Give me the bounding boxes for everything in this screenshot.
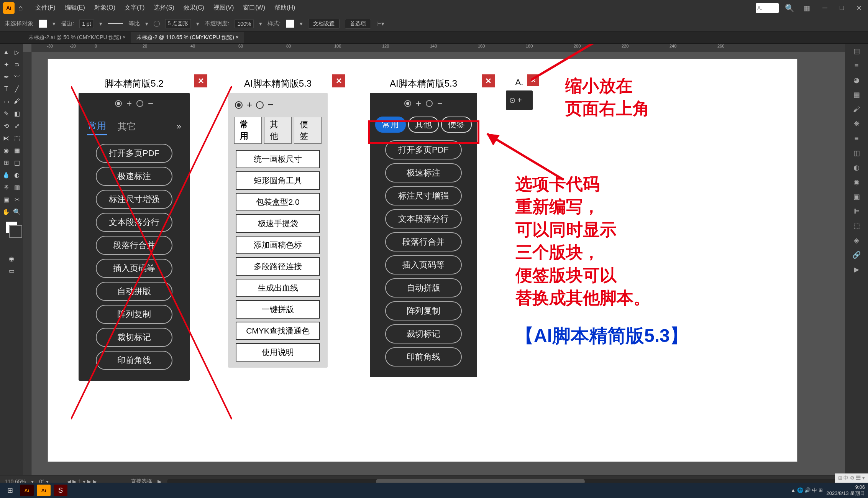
appearance-icon[interactable]: ◉ bbox=[852, 177, 861, 187]
tab-53l-notes[interactable]: 便签 bbox=[294, 117, 322, 144]
panel-53d-close[interactable]: ✕ bbox=[482, 74, 495, 87]
btn-53l-2[interactable]: 包装盒型2.0 bbox=[236, 193, 320, 211]
align-icon[interactable]: ⊩▾ bbox=[376, 20, 384, 27]
btn-53l-3[interactable]: 极速手提袋 bbox=[236, 214, 320, 233]
shape-builder-tool[interactable]: ◉ bbox=[1, 145, 11, 155]
btn-53l-6[interactable]: 生成出血线 bbox=[236, 279, 320, 297]
menu-edit[interactable]: 编辑(E) bbox=[60, 4, 90, 12]
radio-on-icon[interactable] bbox=[235, 101, 243, 109]
menu-select[interactable]: 选择(S) bbox=[149, 4, 179, 12]
transparency-icon[interactable]: ◐ bbox=[852, 163, 861, 173]
btn-53d-6[interactable]: 自动拼版 bbox=[385, 278, 462, 297]
direct-selection-tool[interactable]: ▷ bbox=[12, 47, 22, 57]
fill-stroke-swatch[interactable] bbox=[6, 222, 17, 233]
stroke-icon[interactable]: ≡ bbox=[852, 133, 861, 143]
mini-float-panel[interactable]: A. bbox=[756, 3, 779, 13]
layers-icon[interactable]: ≡ bbox=[852, 61, 861, 71]
screen-mode[interactable]: ▭ bbox=[7, 266, 16, 276]
tray-icon[interactable]: ▲ 🌐 🔊 中 ⊞ bbox=[791, 487, 822, 494]
radio-on-icon[interactable] bbox=[404, 100, 411, 107]
panel-53l-close[interactable]: ✕ bbox=[332, 74, 345, 87]
menu-window[interactable]: 窗口(W) bbox=[238, 4, 270, 12]
canvas[interactable]: -30 -20 0 20 40 60 80 100 120 140 160 18… bbox=[23, 44, 845, 475]
btn-53d-5[interactable]: 插入页码等 bbox=[385, 255, 462, 274]
btn-53d-3[interactable]: 文本段落分行 bbox=[385, 209, 462, 228]
transform-icon[interactable]: ⬚ bbox=[852, 221, 861, 231]
btn-53l-1[interactable]: 矩形圆角工具 bbox=[236, 171, 320, 190]
btn-53l-8[interactable]: CMYK查找潘通色 bbox=[236, 322, 320, 340]
taskbar-ai-2[interactable]: Ai bbox=[37, 485, 51, 496]
btn-53l-4[interactable]: 添加画稿色标 bbox=[236, 236, 320, 254]
slice-tool[interactable]: ✂ bbox=[12, 194, 22, 204]
lasso-tool[interactable]: ⊃ bbox=[12, 59, 22, 69]
line-tool[interactable]: ╱ bbox=[12, 84, 22, 94]
curvature-tool[interactable]: 〰 bbox=[12, 72, 22, 82]
btn-53l-5[interactable]: 多段路径连接 bbox=[236, 257, 320, 276]
doc-tab-2[interactable]: 未标题-2 @ 110.65 % (CMYK/CPU 预览) × bbox=[131, 32, 244, 43]
eraser-tool[interactable]: ◧ bbox=[12, 108, 22, 118]
actions-icon[interactable]: ▶ bbox=[852, 265, 861, 274]
btn-53l-7[interactable]: 一键拼版 bbox=[236, 300, 320, 319]
menu-effect[interactable]: 效果(C) bbox=[179, 4, 209, 12]
graph-tool[interactable]: ▥ bbox=[12, 182, 22, 192]
mesh-tool[interactable]: ⊞ bbox=[1, 158, 11, 168]
btn-53d-8[interactable]: 裁切标记 bbox=[385, 324, 462, 344]
selection-tool[interactable]: ▲ bbox=[1, 47, 11, 57]
color-mode[interactable]: ◉ bbox=[7, 253, 16, 263]
align-icon[interactable]: ⊫ bbox=[852, 206, 861, 216]
tab-53l-common[interactable]: 常用 bbox=[234, 117, 262, 144]
symbol-tool[interactable]: ※ bbox=[1, 182, 11, 192]
home-icon[interactable]: ⌂ bbox=[18, 3, 23, 12]
radio-on-icon[interactable] bbox=[510, 98, 515, 103]
opacity-input[interactable]: 100% bbox=[235, 20, 254, 28]
free-transform-tool[interactable]: ⬚ bbox=[12, 133, 22, 143]
uniform-label[interactable]: 等比 bbox=[128, 20, 140, 27]
minimize-icon[interactable]: ─ bbox=[819, 4, 830, 12]
gradient-tool[interactable]: ◫ bbox=[12, 158, 22, 168]
fill-swatch[interactable] bbox=[39, 20, 47, 28]
radio-off-icon[interactable] bbox=[256, 101, 264, 109]
panel-52-close[interactable]: ✕ bbox=[194, 74, 207, 87]
prefs-button[interactable]: 首选项 bbox=[345, 19, 371, 29]
menu-help[interactable]: 帮助(H) bbox=[270, 4, 300, 12]
magic-wand-tool[interactable]: ✦ bbox=[1, 59, 11, 69]
ime-icon[interactable]: ⊞ 中 ⚙ ☰ ▾ bbox=[838, 475, 865, 482]
btn-53d-4[interactable]: 段落行合并 bbox=[385, 232, 462, 251]
perspective-tool[interactable]: ▦ bbox=[12, 145, 22, 155]
menu-file[interactable]: 文件(F) bbox=[31, 4, 60, 12]
btn-53d-1[interactable]: 极速标注 bbox=[385, 163, 462, 182]
tab-53l-other[interactable]: 其他 bbox=[264, 117, 292, 144]
style-swatch[interactable] bbox=[286, 20, 294, 28]
stroke-width[interactable]: 1 pt bbox=[79, 20, 94, 28]
pathfinder-icon[interactable]: ◈ bbox=[852, 235, 861, 245]
btn-53d-7[interactable]: 阵列复制 bbox=[385, 301, 462, 320]
scale-tool[interactable]: ⤢ bbox=[12, 121, 22, 131]
btn-53d-9[interactable]: 印前角线 bbox=[385, 347, 462, 367]
btn-53l-0[interactable]: 统一画板尺寸 bbox=[236, 150, 320, 168]
pen-tool[interactable]: ✒ bbox=[1, 72, 11, 82]
arrange-icon[interactable]: ▦ bbox=[801, 4, 813, 12]
properties-icon[interactable]: ▤ bbox=[852, 46, 861, 56]
links-icon[interactable]: 🔗 bbox=[852, 250, 861, 260]
menu-object[interactable]: 对象(O) bbox=[90, 4, 120, 12]
doc-setup-button[interactable]: 文档设置 bbox=[308, 19, 340, 29]
blend-tool[interactable]: ◐ bbox=[12, 170, 22, 180]
hand-tool[interactable]: ✋ bbox=[1, 207, 11, 217]
taskbar-app-3[interactable]: S bbox=[54, 485, 67, 496]
menu-type[interactable]: 文字(T) bbox=[120, 4, 149, 12]
maximize-icon[interactable]: □ bbox=[837, 4, 847, 12]
graphic-styles-icon[interactable]: ▣ bbox=[852, 192, 861, 202]
taskbar-ai-1[interactable]: Ai bbox=[20, 485, 34, 496]
symbols-icon[interactable]: ❋ bbox=[852, 119, 861, 129]
color-icon[interactable]: ◕ bbox=[852, 75, 861, 85]
width-tool[interactable]: ⧔ bbox=[1, 133, 11, 143]
search-icon[interactable]: 🔍 bbox=[785, 3, 794, 13]
artboard-tool[interactable]: ▣ bbox=[1, 194, 11, 204]
eyedropper-tool[interactable]: 💧 bbox=[1, 170, 11, 180]
radio-off-icon[interactable] bbox=[426, 100, 433, 107]
close-icon[interactable]: ✕ bbox=[853, 4, 865, 12]
zoom-tool[interactable]: 🔍 bbox=[12, 207, 22, 217]
brushes-icon[interactable]: 🖌 bbox=[852, 104, 861, 114]
btn-53l-9[interactable]: 使用说明 bbox=[236, 343, 320, 362]
type-tool[interactable]: T bbox=[1, 84, 11, 94]
